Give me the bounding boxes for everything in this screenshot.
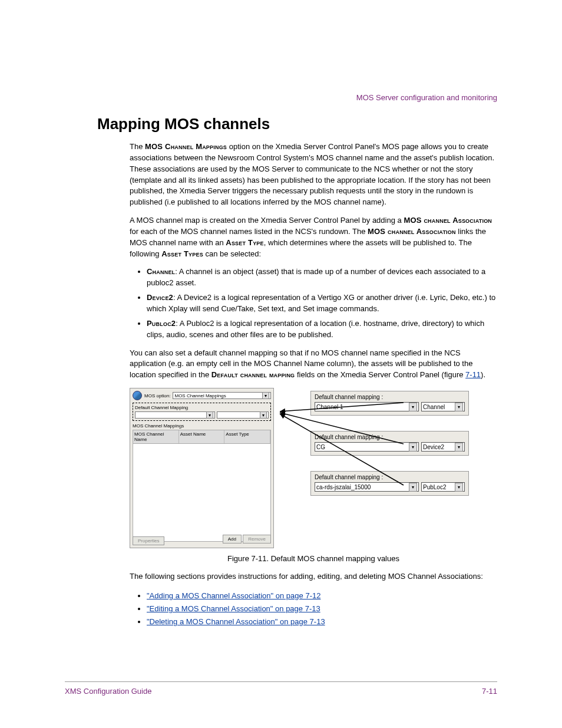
chevron-down-icon: ▾ xyxy=(409,443,417,452)
text: A MOS channel map is created on the Xmed… xyxy=(130,216,404,225)
detail-label: Default channel mapping : xyxy=(315,474,465,480)
list-item: Device2: A Device2 is a logical represen… xyxy=(147,292,497,315)
col-header: Asset Type xyxy=(224,430,270,443)
xref-list: "Adding a MOS Channel Association" on pa… xyxy=(138,589,497,628)
default-type-combo[interactable]: ▾ xyxy=(217,411,269,419)
term: Asset Type xyxy=(226,238,263,247)
chevron-down-icon: ▾ xyxy=(409,483,417,492)
mappings-table-header: MOS Channel Name Asset Name Asset Type xyxy=(133,430,271,444)
detail-type-combo[interactable]: Channel▾ xyxy=(421,402,465,411)
mappings-table-body xyxy=(133,444,271,542)
detail-label: Default channel mapping : xyxy=(315,434,465,440)
add-button[interactable]: Add xyxy=(223,535,242,543)
combo-value: PubLoc2 xyxy=(423,484,446,490)
detail-label: Default channel mapping : xyxy=(315,394,465,400)
remove-button[interactable]: Remove xyxy=(243,535,271,543)
paragraph-3: You can also set a default channel mappi… xyxy=(130,348,497,381)
text: ). xyxy=(481,370,485,379)
text: : A Device2 is a logical representation … xyxy=(147,293,495,313)
term: MOS channel Association xyxy=(404,216,492,225)
list-item: "Adding a MOS Channel Association" on pa… xyxy=(147,589,497,602)
detail-value-combo[interactable]: Channel 1▾ xyxy=(315,402,419,411)
chevron-down-icon: ▾ xyxy=(409,403,417,411)
text: : A Publoc2 is a logical representation … xyxy=(147,319,484,339)
term: Device2 xyxy=(147,293,173,302)
term: MOS channel Association xyxy=(368,227,456,236)
globe-icon xyxy=(133,391,142,400)
list-item: Channel: A channel is an object (asset) … xyxy=(147,266,497,289)
text: fields on the Xmedia Server Control Pane… xyxy=(295,370,465,379)
asset-type-list: Channel: A channel is an object (asset) … xyxy=(138,266,497,340)
paragraph-1: The MOS Channel Mappings option on the X… xyxy=(130,141,497,208)
detail-type-combo[interactable]: Device2▾ xyxy=(421,442,465,452)
mos-option-label: MOS option: xyxy=(144,393,170,398)
xref-link-add[interactable]: "Adding a MOS Channel Association" on pa… xyxy=(147,591,320,600)
control-panel: MOS option: MOS Channel Mappings ▾ Defau… xyxy=(130,388,274,548)
chevron-down-icon: ▾ xyxy=(206,411,213,419)
combo-value: Device2 xyxy=(423,444,444,450)
text: The xyxy=(130,142,145,151)
chevron-down-icon: ▾ xyxy=(262,392,269,399)
combo-value: CG xyxy=(316,444,325,450)
combo-value: Channel 1 xyxy=(316,404,343,410)
chevron-down-icon: ▾ xyxy=(260,411,267,419)
figure-7-11: MOS option: MOS Channel Mappings ▾ Defau… xyxy=(130,388,497,548)
text: option on the Xmedia Server Control Pane… xyxy=(130,142,494,206)
paragraph-2: A MOS channel map is created on the Xmed… xyxy=(130,215,497,259)
detail-type-combo[interactable]: PubLoc2▾ xyxy=(421,482,465,492)
chevron-down-icon: ▾ xyxy=(455,403,463,411)
text: : A channel is an object (asset) that is… xyxy=(147,267,485,287)
detail-box-device2: Default channel mapping : CG▾ Device2▾ xyxy=(310,431,469,456)
text: for each of the MOS channel names listed… xyxy=(130,227,368,236)
mos-option-combo[interactable]: MOS Channel Mappings ▾ xyxy=(173,392,271,399)
term: MOS Channel Mappings xyxy=(145,142,227,151)
term: Asset Types xyxy=(161,249,203,258)
xref-link-delete[interactable]: "Deleting a MOS Channel Association" on … xyxy=(147,617,325,626)
term: Publoc2 xyxy=(147,319,176,328)
section-header: MOS Server configuration and monitoring xyxy=(356,93,497,102)
combo-value: MOS Channel Mappings xyxy=(174,393,226,398)
combo-value: ca-rds-jszalai_15000 xyxy=(316,484,371,490)
detail-box-channel: Default channel mapping : Channel 1▾ Cha… xyxy=(310,391,469,416)
detail-value-combo[interactable]: ca-rds-jszalai_15000▾ xyxy=(315,482,419,492)
footer-right: 7-11 xyxy=(482,687,497,696)
detail-value-combo[interactable]: CG▾ xyxy=(315,442,419,452)
page-footer: XMS Configuration Guide 7-11 xyxy=(65,681,497,696)
list-item: Publoc2: A Publoc2 is a logical represen… xyxy=(147,318,497,341)
text: can be selected: xyxy=(203,249,261,258)
mappings-label: MOS Channel Mappings xyxy=(133,423,271,429)
default-value-combo[interactable]: ▾ xyxy=(135,411,215,419)
col-header: Asset Name xyxy=(179,430,225,443)
detail-box-publoc2: Default channel mapping : ca-rds-jszalai… xyxy=(310,471,469,496)
default-mapping-highlight: Default Channel Mapping ▾ ▾ xyxy=(133,403,271,421)
figure-xref[interactable]: 7-11 xyxy=(465,370,481,379)
paragraph-4: The following sections provides instruct… xyxy=(130,571,497,582)
chevron-down-icon: ▾ xyxy=(455,443,463,452)
term: Channel xyxy=(147,267,175,276)
col-header: MOS Channel Name xyxy=(133,430,179,443)
list-item: "Deleting a MOS Channel Association" on … xyxy=(147,615,497,628)
page-title: Mapping MOS channels xyxy=(97,115,497,133)
list-item: "Editing a MOS Channel Association" on p… xyxy=(147,602,497,615)
xref-link-edit[interactable]: "Editing a MOS Channel Association" on p… xyxy=(147,604,320,613)
footer-left: XMS Configuration Guide xyxy=(65,687,151,696)
term: Default channel mapping xyxy=(211,370,295,379)
detail-examples: Default channel mapping : Channel 1▾ Cha… xyxy=(310,388,469,496)
chevron-down-icon: ▾ xyxy=(455,483,463,492)
default-mapping-label: Default Channel Mapping xyxy=(135,405,269,410)
properties-button[interactable]: Properties xyxy=(133,536,164,545)
combo-value: Channel xyxy=(423,404,445,410)
figure-caption: Figure 7-11. Default MOS channel mapping… xyxy=(130,554,497,563)
